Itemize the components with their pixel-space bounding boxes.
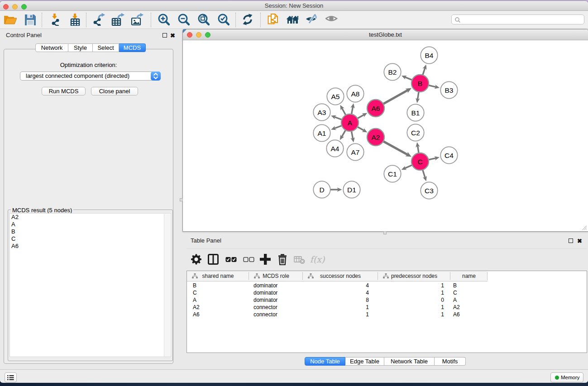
column-header-name[interactable]: name bbox=[450, 271, 488, 281]
horizontal-split-handle[interactable] bbox=[383, 231, 387, 234]
export-table-button[interactable] bbox=[110, 13, 126, 26]
column-header-successor-nodes[interactable]: successor nodes bbox=[303, 271, 378, 281]
add-row-button[interactable] bbox=[258, 253, 272, 266]
refresh-button[interactable] bbox=[240, 13, 256, 26]
column-header-label: successor nodes bbox=[303, 271, 378, 281]
mcds-result-item[interactable]: A bbox=[10, 221, 171, 228]
column-header-MCDS-role[interactable]: MCDS role bbox=[249, 271, 303, 281]
edge-B-B4 bbox=[423, 68, 425, 76]
save-session-button[interactable] bbox=[22, 13, 38, 26]
table-cell: 1 bbox=[378, 282, 450, 289]
float-panel-icon[interactable] bbox=[163, 33, 167, 38]
graph-node-label: C3 bbox=[425, 187, 434, 195]
control-panel-tabs: NetworkStyleSelectMCDS bbox=[35, 43, 146, 52]
column-header-shared-name[interactable]: shared name bbox=[187, 271, 249, 281]
tab-motifs[interactable]: Motifs bbox=[435, 357, 466, 366]
toolbar-separator bbox=[86, 13, 86, 27]
delete-table-button[interactable] bbox=[292, 253, 306, 266]
table-float-panel-icon[interactable] bbox=[569, 238, 573, 243]
import-network-button[interactable] bbox=[47, 13, 63, 26]
table-cell: dominator bbox=[249, 289, 303, 296]
criterion-dropdown-value: largest connected component (directed) bbox=[26, 72, 129, 80]
show-columns-button[interactable] bbox=[206, 253, 220, 266]
graph-node-label: D bbox=[319, 186, 324, 194]
toolbar-separator bbox=[42, 13, 42, 27]
table-cell: connector bbox=[249, 311, 303, 318]
table-row-A[interactable]: Adominator80A bbox=[187, 296, 488, 304]
zoom-out-button[interactable] bbox=[175, 13, 191, 26]
network-window-title-bar: testGlobe.txt bbox=[183, 29, 588, 40]
table-row-A6[interactable]: A6connector11A6 bbox=[187, 311, 488, 318]
vertical-split-handle[interactable] bbox=[180, 198, 183, 201]
import-table-button[interactable] bbox=[67, 13, 83, 26]
tab-mcds[interactable]: MCDS bbox=[119, 43, 146, 52]
task-history-button[interactable] bbox=[5, 372, 17, 382]
resize-grip-icon[interactable] bbox=[581, 224, 587, 230]
table-close-panel-icon[interactable]: ✖ bbox=[577, 239, 582, 243]
hide-selected-button[interactable] bbox=[304, 13, 320, 26]
tab-network-table[interactable]: Network Table bbox=[384, 357, 435, 366]
tab-edge-table[interactable]: Edge Table bbox=[345, 357, 384, 366]
zoom-selected-button[interactable] bbox=[215, 13, 231, 26]
select-all-button[interactable] bbox=[224, 253, 238, 266]
mcds-list-scrollbar[interactable] bbox=[164, 214, 170, 357]
mcds-result-item[interactable]: C bbox=[10, 235, 171, 243]
memory-status-icon bbox=[555, 376, 559, 380]
save-session-icon bbox=[23, 13, 37, 27]
edge-B-B1 bbox=[417, 91, 419, 100]
column-resize-handle[interactable] bbox=[487, 272, 488, 280]
show-all-button[interactable] bbox=[324, 13, 340, 26]
refresh-icon bbox=[241, 13, 255, 26]
close-panel-icon[interactable]: ✖ bbox=[170, 33, 175, 38]
mcds-result-item[interactable]: A6 bbox=[10, 243, 171, 250]
criterion-dropdown[interactable]: largest connected component (directed) bbox=[20, 71, 161, 81]
run-mcds-button[interactable]: Run MCDS bbox=[42, 87, 86, 95]
deselect-all-button[interactable] bbox=[241, 253, 256, 266]
graph-node-label: D1 bbox=[347, 186, 356, 194]
export-image-button[interactable] bbox=[129, 13, 146, 26]
tab-network[interactable]: Network bbox=[35, 43, 68, 52]
edge-A-A6 bbox=[357, 114, 364, 119]
mcds-result-title: MCDS result (5 nodes) bbox=[11, 207, 73, 214]
tab-node-table[interactable]: Node Table bbox=[305, 357, 345, 366]
application-window: Session: New Session Control Panel ✖ Ne bbox=[0, 0, 588, 386]
memory-button[interactable]: Memory bbox=[550, 372, 583, 382]
function-builder-button[interactable]: f(x) bbox=[310, 253, 325, 266]
main-title-bar: Session: New Session bbox=[0, 1, 588, 11]
mcds-result-item[interactable]: A2 bbox=[10, 214, 171, 221]
search-input[interactable] bbox=[451, 14, 584, 24]
open-file-button[interactable] bbox=[2, 13, 18, 26]
zoom-fit-button[interactable] bbox=[195, 13, 211, 26]
zoom-in-button[interactable] bbox=[155, 13, 172, 26]
delete-rows-button[interactable] bbox=[275, 253, 290, 266]
graph-node-label: C4 bbox=[445, 152, 454, 159]
first-neighbors-button[interactable] bbox=[285, 13, 301, 26]
table-toolbar-divider bbox=[186, 248, 587, 249]
column-header-predecessor-nodes[interactable]: predecessor nodes bbox=[378, 271, 450, 281]
table-cell: A2 bbox=[187, 304, 249, 311]
graph-node-label: A4 bbox=[331, 145, 339, 152]
table-options-button[interactable] bbox=[189, 253, 204, 266]
graph-node-label: B bbox=[418, 80, 422, 87]
graph-node-label: A bbox=[348, 119, 353, 127]
close-panel-button[interactable]: Close panel bbox=[91, 87, 138, 95]
column-header-label: predecessor nodes bbox=[378, 271, 450, 281]
edge-A6-B bbox=[383, 90, 408, 104]
tab-select[interactable]: Select bbox=[93, 43, 119, 52]
network-window-title: testGlobe.txt bbox=[183, 29, 588, 40]
table-row-A2[interactable]: A2connector11A2 bbox=[187, 304, 488, 311]
mcds-result-item[interactable]: B bbox=[10, 228, 171, 235]
column-header-label: shared name bbox=[187, 271, 249, 281]
tab-style[interactable]: Style bbox=[68, 43, 93, 52]
window-focus-corner-icon bbox=[183, 29, 186, 33]
graph-node-label: A1 bbox=[318, 129, 326, 137]
edge-C-C3 bbox=[422, 169, 425, 178]
table-row-C[interactable]: Cdominator41C bbox=[187, 289, 488, 296]
table-row-B[interactable]: Bdominator41B bbox=[187, 282, 488, 289]
open-file-icon bbox=[3, 13, 17, 26]
new-network-button[interactable] bbox=[266, 13, 282, 26]
export-network-button[interactable] bbox=[91, 13, 107, 26]
table-options-icon bbox=[191, 253, 202, 265]
show-all-icon bbox=[325, 13, 339, 26]
table-cell: 4 bbox=[303, 289, 378, 296]
